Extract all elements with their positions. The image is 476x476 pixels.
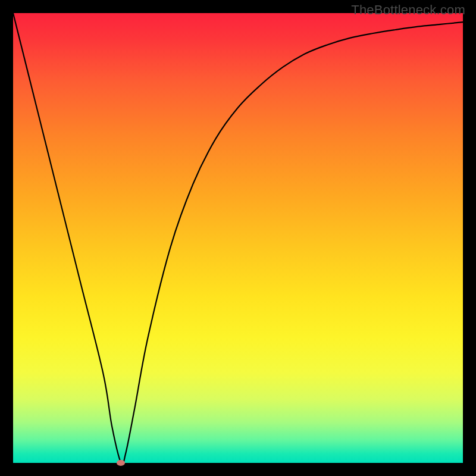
watermark-text: TheBottleneck.com (351, 2, 465, 18)
plot-frame (13, 13, 463, 463)
bottleneck-curve (13, 13, 463, 463)
optimal-point-marker (117, 460, 125, 466)
